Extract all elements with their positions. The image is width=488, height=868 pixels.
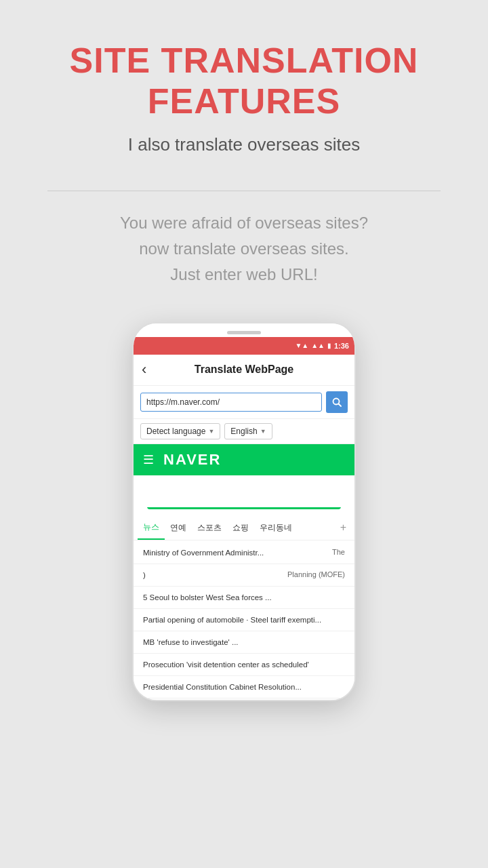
phone-frame: ▼▲ ▲▲ ▮ 1:36 ‹ Translate WebPage [132,322,356,702]
news-item-text: Partial opening of automobile · Steel ta… [143,614,345,625]
news-item[interactable]: Prosecution 'visit detention center as s… [134,654,354,676]
tab-news[interactable]: 뉴스 [138,516,165,540]
news-item[interactable]: MB 'refuse to investigate' ... [134,631,354,654]
source-language-dropdown[interactable]: Detect language ▼ [140,423,220,439]
tab-local[interactable]: 우리동네 [254,517,298,539]
status-bar: ▼▲ ▲▲ ▮ 1:36 [134,337,354,355]
url-input[interactable] [140,393,322,412]
source-language-label: Detect language [146,427,205,436]
status-time: 1:36 [334,342,349,350]
news-item[interactable]: Partial opening of automobile · Steel ta… [134,609,354,631]
wifi-icon: ▼▲ [295,342,308,349]
news-item-text: Presidential Constitution Cabinet Resolu… [143,682,345,692]
phone-speaker [227,331,261,334]
phone-mockup: ▼▲ ▲▲ ▮ 1:36 ‹ Translate WebPage [132,322,356,702]
news-item[interactable]: Ministry of Government Administr... The [134,542,354,564]
back-button[interactable]: ‹ [142,361,146,378]
news-item-text: Ministry of Government Administr... [143,547,332,558]
target-language-arrow: ▼ [260,428,266,435]
news-item-text: Prosecution 'visit detention center as s… [143,659,345,670]
naver-tabs: 뉴스 연예 스포츠 쇼핑 우리동네 + [134,516,354,540]
title-section: SITE TRANSLATION FEATURES I also transla… [70,41,419,155]
news-item-text: MB 'refuse to investigate' ... [143,637,345,648]
news-item-right: Planning (MOFE) [287,570,345,580]
app-header: ‹ Translate WebPage [134,355,354,386]
news-item-text: 5 Seoul to bolster West Sea forces ... [143,592,345,603]
language-selector-row: Detect language ▼ English ▼ [134,419,354,444]
svg-line-1 [339,403,342,406]
battery-icon: ▮ [327,342,331,349]
app-title: Translate WebPage [195,363,293,376]
target-language-label: English [230,427,257,436]
url-bar-section [134,386,354,419]
news-item-text: ) [143,570,287,580]
search-button[interactable] [326,391,348,413]
tab-sports[interactable]: 스포츠 [192,517,227,539]
tab-shopping[interactable]: 쇼핑 [227,517,254,539]
search-icon [332,397,342,407]
source-language-arrow: ▼ [208,428,214,435]
naver-search-bar[interactable] [147,485,341,509]
news-item[interactable]: ) Planning (MOFE) [134,564,354,587]
tab-add-icon[interactable]: + [336,517,350,538]
hamburger-icon[interactable]: ☰ [143,452,154,467]
target-language-dropdown[interactable]: English ▼ [224,423,272,439]
tab-entertainment[interactable]: 연예 [165,517,192,539]
subtitle: I also translate overseas sites [70,134,419,155]
section-divider [47,191,441,191]
main-title: SITE TRANSLATION FEATURES [70,41,419,122]
news-item-right: The [332,547,345,557]
status-icons: ▼▲ ▲▲ ▮ 1:36 [295,342,349,350]
naver-logo: NAVER [163,451,221,469]
news-section: Ministry of Government Administr... The … [134,540,354,701]
news-item[interactable]: 5 Seoul to bolster West Sea forces ... [134,587,354,609]
naver-header: ☰ NAVER [134,444,354,475]
description-text: You were afraid of overseas sites? now t… [120,210,368,288]
phone-top-bar [134,323,354,337]
news-item[interactable]: Presidential Constitution Cabinet Resolu… [134,676,354,698]
signal-icon: ▲▲ [311,342,325,349]
